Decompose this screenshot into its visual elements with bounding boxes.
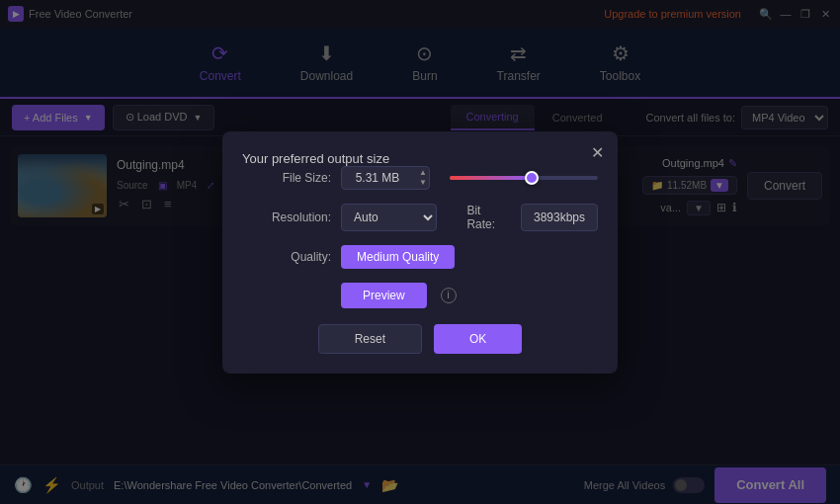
resolution-label: Resolution:: [242, 210, 331, 224]
quality-row: Quality: Medium Quality: [242, 245, 598, 269]
preview-info-icon[interactable]: i: [441, 288, 457, 303]
size-slider[interactable]: [450, 170, 598, 186]
dialog-close-button[interactable]: ✕: [591, 143, 604, 162]
output-size-dialog: Your preferred output size ✕ File Size: …: [222, 131, 618, 374]
bit-rate-label: Bit Rate:: [466, 204, 511, 231]
spin-down-button[interactable]: ▼: [419, 178, 427, 188]
file-size-row: File Size: ▲ ▼: [242, 166, 598, 190]
bit-rate-display: 3893kbps: [521, 204, 598, 231]
dialog-reset-button[interactable]: Reset: [318, 324, 422, 354]
slider-fill: [450, 176, 532, 180]
quality-button[interactable]: Medium Quality: [341, 245, 455, 269]
spin-up-button[interactable]: ▲: [419, 168, 427, 178]
spin-buttons: ▲ ▼: [419, 168, 427, 188]
quality-label: Quality:: [242, 250, 331, 264]
file-size-input[interactable]: [341, 166, 430, 190]
resolution-row: Resolution: Auto Bit Rate: 3893kbps: [242, 204, 598, 231]
dialog-ok-button[interactable]: OK: [434, 324, 522, 354]
preview-button[interactable]: Preview: [341, 283, 427, 308]
slider-track: [450, 176, 598, 180]
file-size-label: File Size:: [242, 171, 331, 185]
modal-overlay: Your preferred output size ✕ File Size: …: [0, 0, 840, 504]
slider-thumb[interactable]: [525, 171, 539, 185]
resolution-select[interactable]: Auto: [341, 204, 437, 231]
dialog-title: Your preferred output size: [242, 151, 389, 166]
dialog-footer: Reset OK: [242, 324, 598, 354]
preview-row: Preview i: [242, 283, 598, 308]
file-size-input-wrap: ▲ ▼: [341, 166, 430, 190]
